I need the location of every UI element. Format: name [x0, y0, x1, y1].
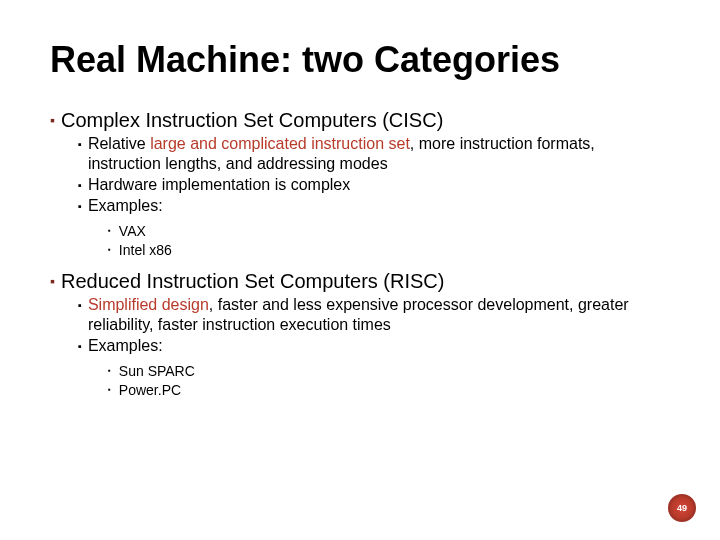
example-text: VAX: [119, 222, 146, 240]
bullet-icon: ▪: [50, 269, 55, 293]
point-text: Relative large and complicated instructi…: [88, 134, 670, 174]
section-heading: Complex Instruction Set Computers (CISC): [61, 108, 443, 132]
example-row: ▪ Power.PC: [108, 381, 670, 399]
bullet-icon: ▪: [78, 336, 82, 356]
point-text: Examples:: [88, 336, 163, 356]
point-row: ▪ Examples:: [78, 336, 670, 356]
section-heading: Reduced Instruction Set Computers (RISC): [61, 269, 445, 293]
examples-list: ▪ Sun SPARC ▪ Power.PC: [108, 362, 670, 399]
example-row: ▪ Sun SPARC: [108, 362, 670, 380]
point-pre: Examples:: [88, 197, 163, 214]
bullet-icon: ▪: [78, 196, 82, 216]
examples-list: ▪ VAX ▪ Intel x86: [108, 222, 670, 259]
section-heading-row: ▪ Reduced Instruction Set Computers (RIS…: [50, 269, 670, 293]
point-text: Hardware implementation is complex: [88, 175, 350, 195]
page-number: 49: [677, 503, 687, 513]
section-points: ▪ Relative large and complicated instruc…: [78, 134, 670, 216]
point-pre: Relative: [88, 135, 150, 152]
point-row: ▪ Relative large and complicated instruc…: [78, 134, 670, 174]
point-accent: Simplified design: [88, 296, 209, 313]
example-text: Power.PC: [119, 381, 181, 399]
slide-content: Real Machine: two Categories ▪ Complex I…: [0, 0, 720, 429]
section-points: ▪ Simplified design, faster and less exp…: [78, 295, 670, 356]
bullet-icon: ▪: [108, 362, 111, 380]
point-pre: Examples:: [88, 337, 163, 354]
bullet-icon: ▪: [78, 175, 82, 195]
bullet-icon: ▪: [50, 108, 55, 132]
section-heading-row: ▪ Complex Instruction Set Computers (CIS…: [50, 108, 670, 132]
point-row: ▪ Hardware implementation is complex: [78, 175, 670, 195]
bullet-icon: ▪: [108, 381, 111, 399]
bullet-icon: ▪: [78, 295, 82, 315]
bullet-icon: ▪: [108, 241, 111, 259]
slide-title: Real Machine: two Categories: [50, 40, 670, 80]
example-row: ▪ Intel x86: [108, 241, 670, 259]
example-row: ▪ VAX: [108, 222, 670, 240]
bullet-icon: ▪: [78, 134, 82, 154]
point-text: Simplified design, faster and less expen…: [88, 295, 670, 335]
section-cisc: ▪ Complex Instruction Set Computers (CIS…: [50, 108, 670, 259]
bullet-icon: ▪: [108, 222, 111, 240]
section-risc: ▪ Reduced Instruction Set Computers (RIS…: [50, 269, 670, 399]
point-pre: Hardware implementation is complex: [88, 176, 350, 193]
example-text: Sun SPARC: [119, 362, 195, 380]
point-accent: large and complicated instruction set: [150, 135, 410, 152]
point-row: ▪ Simplified design, faster and less exp…: [78, 295, 670, 335]
point-row: ▪ Examples:: [78, 196, 670, 216]
example-text: Intel x86: [119, 241, 172, 259]
point-text: Examples:: [88, 196, 163, 216]
page-number-badge: 49: [668, 494, 696, 522]
